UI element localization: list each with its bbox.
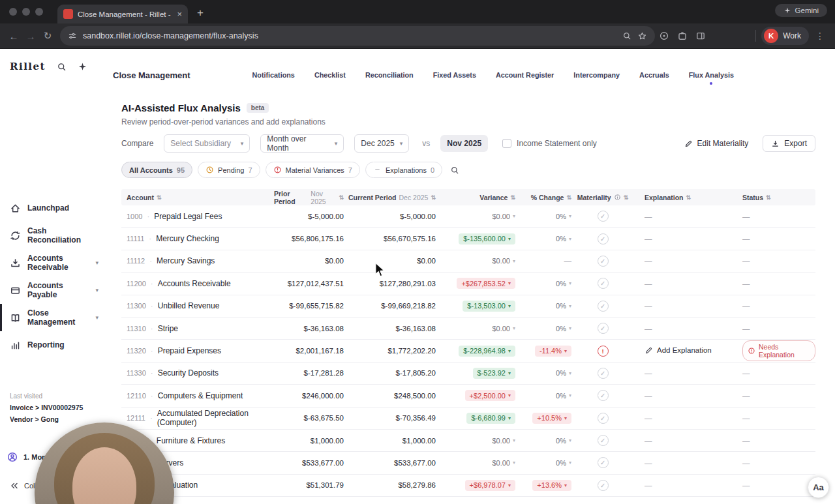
column-header-change[interactable]: % Change⇅ [518, 194, 574, 201]
close-window-button[interactable] [9, 8, 17, 16]
sidebar-item-accounts-receivable[interactable]: Accounts Receivable▾ [0, 249, 106, 276]
table-row[interactable]: 12110·Computers & Equipment$246,000.00$2… [121, 385, 815, 407]
sort-icon[interactable]: ⇅ [686, 194, 691, 201]
browser-menu-icon[interactable]: ⋮ [812, 31, 828, 41]
comparison-period-chip[interactable]: Nov 2025 [440, 135, 488, 152]
column-header-prior-period[interactable]: Prior PeriodNov 2025⇅ [274, 190, 346, 205]
materiality-check-icon[interactable]: ✓ [598, 435, 609, 446]
topnav-item-accruals[interactable]: Accruals [639, 71, 669, 79]
subsidiary-select[interactable]: Select Subsidiary ▾ [164, 134, 250, 153]
materiality-check-icon[interactable]: ✓ [598, 390, 609, 401]
sort-icon[interactable]: ⇅ [431, 194, 436, 201]
table-search-icon[interactable] [450, 166, 459, 175]
gemini-badge[interactable]: Gemini [775, 4, 827, 17]
materiality-check-icon[interactable]: ✓ [598, 278, 609, 289]
variance-chip[interactable]: $-13,503.00▾ [463, 301, 515, 312]
change-chip[interactable]: +10.5%▾ [532, 413, 571, 424]
topnav-item-fixed-assets[interactable]: Fixed Assets [433, 71, 476, 79]
filter-chip-material-variances[interactable]: Material Variances7 [266, 162, 360, 178]
sort-icon[interactable]: ⇅ [566, 194, 571, 201]
sort-icon[interactable]: ⇅ [624, 194, 629, 201]
maximize-window-button[interactable] [35, 8, 43, 16]
materiality-check-icon[interactable]: ✓ [598, 368, 609, 379]
sidebar-item-reporting[interactable]: Reporting [0, 331, 106, 359]
topnav-item-account-register[interactable]: Account Register [496, 71, 554, 79]
minimize-window-button[interactable] [22, 8, 30, 16]
change-chip[interactable]: +13.6%▾ [532, 480, 571, 491]
variance-chip[interactable]: $-6,680.99▾ [466, 413, 515, 424]
topnav-item-checklist[interactable]: Checklist [314, 71, 346, 79]
change-chip[interactable]: 0%▾ [556, 368, 571, 379]
table-row[interactable]: 11310·Stripe$-36,163.08$-36,163.08$0.00▾… [121, 318, 815, 340]
column-header-explanation[interactable]: Explanation⇅ [631, 194, 731, 201]
filter-chip-explanations[interactable]: Explanations0 [365, 162, 442, 178]
comparison-method-select[interactable]: Month over Month ▾ [260, 134, 344, 153]
account-name[interactable]: Furniture & Fixtures [157, 436, 225, 445]
variance-chip[interactable]: $0.00▾ [492, 211, 515, 222]
variance-chip[interactable]: $-135,600.00▾ [459, 233, 515, 245]
account-name[interactable]: Security Deposits [158, 368, 219, 378]
side-panel-icon[interactable] [695, 31, 706, 41]
filter-chip-all-accounts[interactable]: All Accounts95 [121, 162, 192, 178]
sidebar-item-accounts-payable[interactable]: Accounts Payable▾ [0, 276, 106, 304]
extensions-puzzle-icon[interactable] [677, 31, 688, 41]
materiality-check-icon[interactable]: ✓ [598, 211, 609, 222]
change-chip[interactable]: 0%▾ [556, 233, 571, 245]
table-row[interactable]: ·Servers$533,677.00$533,677.00$0.00▾0%▾✓… [121, 452, 815, 474]
sidebar-item-cash-reconciliation[interactable]: Cash Reconciliation [0, 222, 106, 249]
variance-chip[interactable]: $-228,964.98▾ [459, 346, 515, 357]
topnav-item-notifications[interactable]: Notifications [252, 71, 294, 79]
variance-chip[interactable]: +$6,978.07▾ [465, 480, 515, 491]
sort-icon[interactable]: ⇅ [766, 194, 771, 201]
change-chip[interactable]: 0%▾ [556, 301, 571, 312]
new-tab-button[interactable]: + [197, 7, 204, 20]
filter-chip-pending[interactable]: Pending7 [198, 162, 260, 178]
account-name[interactable]: Stripe [158, 324, 178, 333]
table-row[interactable]: 11112·Mercury Savings$0.00$0.00$0.00▾—✓—… [121, 250, 815, 273]
materiality-info-icon[interactable] [614, 194, 621, 201]
change-chip[interactable]: -11.4%▾ [535, 346, 571, 357]
topnav-item-intercompany[interactable]: Intercompany [573, 71, 620, 79]
site-settings-icon[interactable] [68, 31, 77, 40]
table-row[interactable]: 11111·Mercury Checking$56,806,175.16$56,… [121, 228, 815, 250]
change-chip[interactable]: 0%▾ [556, 457, 571, 468]
sidebar-item-close-management[interactable]: Close Management▾ [0, 304, 106, 331]
extension-icon[interactable] [659, 31, 669, 41]
edit-materiality-button[interactable]: Edit Materiality [684, 139, 749, 148]
change-chip[interactable]: 0%▾ [556, 435, 571, 446]
reload-button[interactable]: ↻ [39, 30, 56, 42]
table-row[interactable]: 12111·Accumulated Depreciation (Computer… [121, 408, 815, 430]
materiality-check-icon[interactable]: ✓ [598, 323, 609, 334]
column-header-status[interactable]: Status⇅ [731, 194, 815, 201]
account-name[interactable]: Accounts Receivable [158, 279, 231, 288]
account-name[interactable]: Prepaid Legal Fees [154, 212, 222, 221]
income-statement-label[interactable]: Income Statement only [517, 139, 597, 148]
account-name[interactable]: Computers & Equipment [158, 391, 243, 400]
table-row[interactable]: 11200·Accounts Receivable$127,012,437.51… [121, 273, 815, 295]
ai-sparkle-icon[interactable] [78, 62, 87, 72]
back-button[interactable]: ← [5, 31, 22, 42]
column-header-materiality[interactable]: Materiality⇅ [574, 194, 631, 201]
bookmark-star-icon[interactable] [637, 31, 647, 41]
tab-close-icon[interactable]: × [177, 9, 182, 19]
materiality-check-icon[interactable]: ✓ [598, 457, 609, 468]
browser-tab[interactable]: Close Management - Rillet - × [57, 5, 188, 23]
sort-icon[interactable]: ⇅ [510, 194, 515, 201]
change-chip[interactable]: 0%▾ [556, 390, 571, 401]
profile-chip[interactable]: K Work [761, 27, 809, 45]
change-chip[interactable]: 0%▾ [556, 211, 571, 222]
variance-chip[interactable]: +$267,853.52▾ [457, 278, 515, 289]
materiality-check-icon[interactable]: ✓ [598, 233, 609, 245]
topnav-item-reconciliation[interactable]: Reconciliation [365, 71, 414, 79]
materiality-check-icon[interactable]: ✓ [598, 256, 609, 267]
period-select[interactable]: Dec 2025 ▾ [354, 134, 409, 153]
address-bar[interactable]: sandbox.rillet.io/close-management/flux-… [60, 26, 655, 46]
variance-chip[interactable]: $0.00▾ [492, 256, 515, 267]
materiality-check-icon[interactable]: ✓ [598, 480, 609, 491]
materiality-check-icon[interactable]: ✓ [598, 413, 609, 424]
text-appearance-button[interactable]: Aa [808, 477, 829, 498]
sidebar-item-launchpad[interactable]: Launchpad [0, 194, 106, 222]
column-header-account[interactable]: Account⇅ [121, 194, 274, 201]
income-statement-checkbox[interactable] [502, 139, 511, 148]
table-row[interactable]: 11330·Security Deposits$-17,281.28$-17,8… [121, 363, 815, 385]
